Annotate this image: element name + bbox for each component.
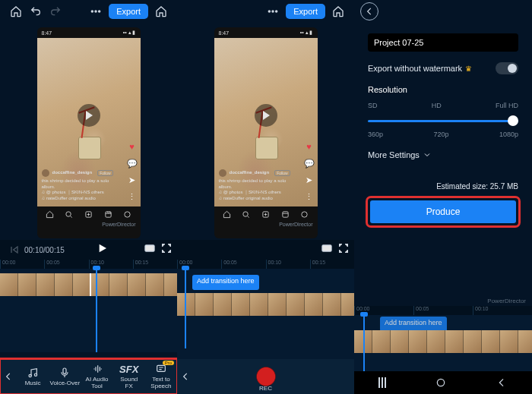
nav-reels-icon[interactable] [280, 210, 290, 219]
follow-button[interactable]: Follow [97, 170, 112, 177]
playback-controls: 00:10/00:15 [0, 240, 177, 260]
svg-point-13 [272, 11, 274, 12]
top-bar [354, 0, 532, 23]
captions-icon[interactable] [144, 242, 156, 257]
reel-username[interactable]: doccaffine_design [230, 170, 270, 176]
tool-label: AI Audio Tool [86, 377, 109, 390]
ruler-tick: 00:00 [0, 260, 44, 269]
tool-music[interactable]: Music [17, 367, 49, 387]
sys-home-icon[interactable] [435, 377, 447, 389]
back-icon[interactable] [360, 2, 378, 20]
playhead[interactable] [185, 269, 186, 352]
top-bar: Export [0, 0, 177, 23]
nav-profile-icon[interactable] [123, 210, 132, 219]
export-button[interactable]: Export [286, 4, 325, 19]
more-icon[interactable] [266, 5, 280, 18]
step-back-icon[interactable] [8, 243, 21, 257]
nav-reels-icon[interactable] [103, 210, 112, 219]
produce-highlight: Produce [368, 198, 518, 225]
pro-badge: Pro [163, 361, 174, 365]
timeline-ruler: 00:00 00:05 00:10 00:15 [177, 260, 354, 269]
timeline-ruler: 00:00 00:05 00:10 [354, 306, 532, 315]
undo-icon[interactable] [29, 5, 43, 18]
playhead[interactable] [363, 315, 365, 371]
add-transition-chip[interactable]: Add transition here [380, 317, 447, 332]
timeline[interactable]: Add transition here [354, 315, 532, 371]
home-icon[interactable] [9, 5, 23, 18]
nav-home-icon[interactable] [222, 210, 231, 219]
caption-line2: ♫ @ photos ｜SKIN-NS others [42, 190, 119, 196]
comment-icon[interactable]: 💬 [304, 158, 315, 169]
resolution-top-labels: SD HD Full HD [368, 102, 518, 109]
project-name-input[interactable] [368, 33, 518, 52]
fullscreen-icon[interactable] [160, 242, 173, 257]
play-overlay-icon[interactable] [78, 104, 100, 127]
more-vert-icon[interactable]: ⋮ [127, 191, 138, 202]
tool-voiceover[interactable]: Voice-Over [49, 367, 81, 387]
tool-sound-fx[interactable]: SFXSound FX [113, 364, 145, 390]
nav-search-icon[interactable] [65, 210, 74, 219]
avatar[interactable] [42, 169, 49, 177]
watermark-toggle[interactable] [496, 62, 518, 74]
playback-controls [177, 240, 354, 260]
play-overlay-icon[interactable] [255, 104, 277, 127]
phone-status-icons: •• ▴ ▮ [300, 30, 313, 36]
nav-home-icon[interactable] [45, 210, 54, 219]
export-button[interactable]: Export [109, 4, 148, 19]
caption-audio: ♫ nateDuffer original audio [42, 196, 119, 202]
add-transition-chip[interactable]: Add transition here [192, 275, 259, 290]
phone-video[interactable]: ♥ 💬 ➤ ⋮ doccaffine_designFollow this shr… [214, 38, 318, 206]
playhead[interactable] [96, 269, 97, 352]
follow-button[interactable]: Follow [274, 170, 290, 177]
tool-ai-audio[interactable]: AI Audio Tool [81, 363, 112, 390]
caption-line1: this shrimp decided to play a solo album… [42, 178, 119, 191]
res-label: 1080p [499, 131, 518, 138]
svg-point-12 [268, 11, 270, 12]
reel-side-icons: ♥ 💬 ➤ ⋮ [304, 141, 315, 202]
slider-thumb[interactable] [508, 115, 518, 126]
watermark: PowerDirector [354, 295, 532, 306]
resolution-title: Resolution [368, 85, 518, 94]
play-button[interactable] [96, 242, 108, 257]
fullscreen-icon[interactable] [337, 242, 350, 257]
svg-rect-17 [282, 211, 287, 216]
tool-label: Sound FX [120, 377, 138, 390]
toolbar-back-icon[interactable] [0, 371, 17, 382]
estimated-size: Estimated size: 25.7 MB [368, 182, 518, 191]
timeline[interactable] [0, 269, 177, 352]
ruler-tick: 00:05 [413, 306, 473, 315]
res-label: 720p [433, 131, 448, 138]
avatar[interactable] [219, 169, 226, 177]
heart-icon[interactable]: ♥ [304, 141, 315, 152]
tool-text-to-speech[interactable]: Pro Text to Speech [145, 363, 177, 390]
home2-icon[interactable] [154, 5, 168, 18]
more-icon[interactable] [89, 5, 103, 18]
share-icon[interactable]: ➤ [127, 175, 138, 185]
timeline[interactable]: Add transition here [177, 269, 354, 352]
produce-button[interactable]: Produce [370, 200, 516, 223]
captions-icon[interactable] [321, 242, 333, 257]
phone-video[interactable]: ♥ 💬 ➤ ⋮ doccaffine_designFollow this shr… [37, 38, 141, 206]
nav-search-icon[interactable] [242, 210, 251, 219]
sys-recent-icon[interactable] [378, 377, 386, 388]
reel-username[interactable]: doccaffine_design [52, 170, 93, 176]
res-label: 360p [368, 131, 383, 138]
sys-back-icon[interactable] [496, 377, 508, 389]
svg-rect-7 [145, 245, 154, 251]
nav-add-icon[interactable] [261, 210, 270, 219]
toolbar-back-icon[interactable] [177, 359, 194, 394]
comment-icon[interactable]: 💬 [127, 158, 138, 169]
nav-profile-icon[interactable] [300, 210, 309, 219]
clip-strip[interactable] [177, 293, 354, 316]
more-settings-button[interactable]: More Settings [368, 150, 518, 159]
clip-strip[interactable] [0, 273, 177, 296]
more-vert-icon[interactable]: ⋮ [304, 191, 315, 202]
resolution-slider[interactable] [368, 114, 518, 128]
clip-strip[interactable] [354, 330, 532, 351]
share-icon[interactable]: ➤ [304, 175, 315, 185]
home2-icon[interactable] [331, 5, 345, 18]
nav-add-icon[interactable] [84, 210, 93, 219]
svg-point-15 [243, 211, 248, 216]
record-bar: REC [177, 359, 354, 394]
heart-icon[interactable]: ♥ [127, 141, 138, 152]
